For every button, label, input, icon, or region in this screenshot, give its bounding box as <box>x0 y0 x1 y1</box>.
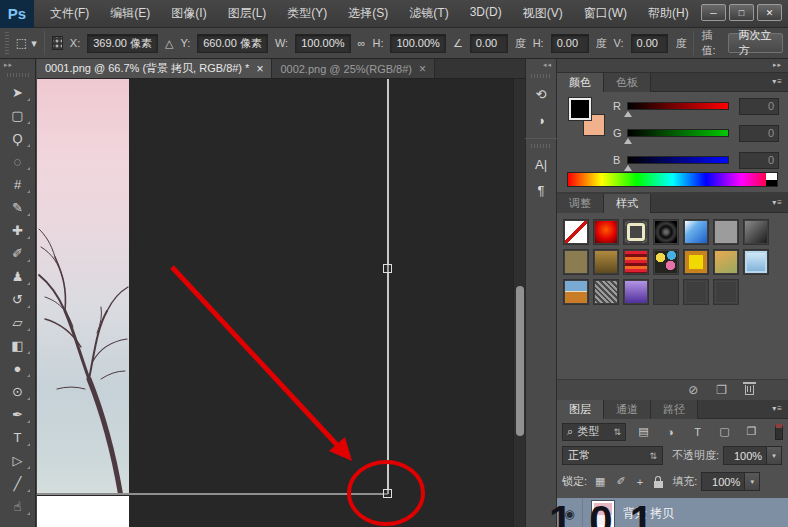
hand-tool[interactable]: ☝ <box>3 495 33 518</box>
style-swatch[interactable] <box>743 219 769 245</box>
gradient-tool[interactable]: ◧ <box>3 334 33 357</box>
tab-layers[interactable]: 图层 <box>557 400 604 419</box>
style-swatch[interactable] <box>713 249 739 275</box>
style-swatch-none[interactable] <box>563 219 589 245</box>
style-swatch[interactable] <box>623 249 649 275</box>
slider-thumb[interactable] <box>624 111 632 117</box>
style-swatch[interactable] <box>683 249 709 275</box>
color-spectrum-ramp[interactable] <box>567 172 778 187</box>
transform-middle-handle[interactable] <box>383 264 392 273</box>
pen-tool[interactable]: ✒ <box>3 403 33 426</box>
green-channel-value[interactable]: 0 <box>739 125 779 142</box>
blur-tool[interactable]: ● <box>3 357 33 380</box>
close-button[interactable]: ✕ <box>757 4 782 21</box>
panel-menu-icon[interactable]: ▾≡ <box>772 404 783 413</box>
blue-channel-value[interactable]: 0 <box>739 152 779 169</box>
x-position-field[interactable]: 369.00 像素 <box>87 34 158 53</box>
dock-expand-icon[interactable]: ◂◂ <box>526 59 556 71</box>
style-swatch[interactable] <box>593 279 619 305</box>
link-dimensions-icon[interactable]: ∞ <box>358 37 366 49</box>
lock-position-icon[interactable]: + <box>637 476 643 488</box>
filter-shape-layers-icon[interactable]: ▢ <box>715 423 734 440</box>
filter-pixel-layers-icon[interactable]: ▤ <box>634 423 653 440</box>
tab-styles[interactable]: 样式 <box>604 194 651 213</box>
style-swatch[interactable] <box>593 249 619 275</box>
style-swatch[interactable] <box>653 249 679 275</box>
style-swatch-empty[interactable] <box>653 279 679 305</box>
clear-style-icon[interactable]: ⊘ <box>688 383 698 397</box>
quick-selection-tool[interactable]: ◌ <box>3 150 33 173</box>
foreground-color-swatch[interactable] <box>569 98 591 120</box>
menu-select[interactable]: 选择(S) <box>348 5 388 22</box>
history-brush-tool[interactable]: ↺ <box>3 288 33 311</box>
transform-corner-handle[interactable] <box>383 489 392 498</box>
filter-toggle-switch[interactable] <box>775 424 783 440</box>
style-swatch-empty[interactable] <box>683 279 709 305</box>
lock-paint-icon[interactable]: ✐ <box>616 475 625 488</box>
menu-3d[interactable]: 3D(D) <box>470 5 502 22</box>
lasso-tool[interactable]: Ϙ <box>3 127 33 150</box>
style-swatch[interactable] <box>743 249 769 275</box>
style-swatch[interactable] <box>593 219 619 245</box>
menu-filter[interactable]: 滤镜(T) <box>409 5 448 22</box>
panel-menu-icon[interactable]: ▾≡ <box>772 77 783 86</box>
transform-bottom-edge[interactable] <box>37 493 388 495</box>
transform-right-edge[interactable] <box>387 79 389 494</box>
menu-image[interactable]: 图像(I) <box>171 5 206 22</box>
filter-adjustment-layers-icon[interactable]: ◑ <box>661 423 680 440</box>
path-selection-tool[interactable]: ▷ <box>3 449 33 472</box>
tab-channels[interactable]: 通道 <box>604 400 651 419</box>
character-panel-icon[interactable]: A| <box>528 152 554 176</box>
eyedropper-tool[interactable]: ✎ <box>3 196 33 219</box>
menu-edit[interactable]: 编辑(E) <box>110 5 150 22</box>
clone-stamp-tool[interactable]: ♟ <box>3 265 33 288</box>
menu-type[interactable]: 类型(Y) <box>287 5 327 22</box>
canvas-scrollbar-track[interactable] <box>513 79 525 527</box>
spot-healing-brush-tool[interactable]: ✚ <box>3 219 33 242</box>
fill-dropdown[interactable]: 100% ▾ <box>701 472 760 491</box>
menu-file[interactable]: 文件(F) <box>50 5 89 22</box>
tab-adjustments[interactable]: 调整 <box>557 194 604 213</box>
style-swatch[interactable] <box>713 219 739 245</box>
tab-color[interactable]: 颜色 <box>557 73 604 92</box>
new-style-icon[interactable]: ❐ <box>716 383 727 397</box>
canvas-area[interactable] <box>37 79 513 527</box>
style-swatch[interactable] <box>563 279 589 305</box>
v-skew-field[interactable]: 0.00 <box>631 34 669 53</box>
filter-smart-objects-icon[interactable]: ❐ <box>742 423 761 440</box>
menu-view[interactable]: 视图(V) <box>523 5 563 22</box>
canvas-scrollbar-thumb[interactable] <box>516 286 524 436</box>
dodge-tool[interactable]: ⊙ <box>3 380 33 403</box>
paragraph-panel-icon[interactable]: ¶ <box>528 178 554 202</box>
slider-thumb[interactable] <box>624 165 632 171</box>
red-channel-slider[interactable] <box>627 102 729 110</box>
tools-collapse-icon[interactable]: ▸▸ <box>0 59 35 71</box>
slider-thumb[interactable] <box>624 138 632 144</box>
document-tab-0001[interactable]: 0001.png @ 66.7% (背景 拷贝, RGB/8#) * × <box>37 59 272 78</box>
menu-layer[interactable]: 图层(L) <box>228 5 267 22</box>
opacity-dropdown[interactable]: 100% ▾ <box>723 446 782 465</box>
style-swatch-selected[interactable] <box>623 219 649 245</box>
red-channel-value[interactable]: 0 <box>739 98 779 115</box>
style-swatch[interactable] <box>623 279 649 305</box>
properties-panel-icon[interactable]: ◑ <box>528 108 554 132</box>
crop-tool[interactable]: # <box>3 173 33 196</box>
close-icon[interactable]: × <box>256 62 263 76</box>
panel-menu-icon[interactable]: ▾≡ <box>772 198 783 207</box>
line-tool[interactable]: ╱ <box>3 472 33 495</box>
menu-window[interactable]: 窗口(W) <box>584 5 627 22</box>
type-tool[interactable]: T <box>3 426 33 449</box>
close-icon[interactable]: × <box>419 62 426 76</box>
style-swatch[interactable] <box>683 219 709 245</box>
reference-point-locator[interactable] <box>52 36 63 50</box>
move-tool[interactable]: ➤ <box>3 81 33 104</box>
history-panel-icon[interactable]: ⟲ <box>528 82 554 106</box>
blend-mode-dropdown[interactable]: 正常 ⇅ <box>562 446 663 465</box>
relative-position-icon[interactable]: △ <box>165 37 173 50</box>
chevron-down-icon[interactable]: ▾ <box>745 472 760 491</box>
panel-column-collapse-icon[interactable]: ▸▸ <box>557 59 788 73</box>
brush-tool[interactable]: ✐ <box>3 242 33 265</box>
blue-channel-slider[interactable] <box>627 156 729 164</box>
rotation-field[interactable]: 0.00 <box>470 34 508 53</box>
interpolation-dropdown[interactable]: 两次立方 <box>728 33 784 53</box>
